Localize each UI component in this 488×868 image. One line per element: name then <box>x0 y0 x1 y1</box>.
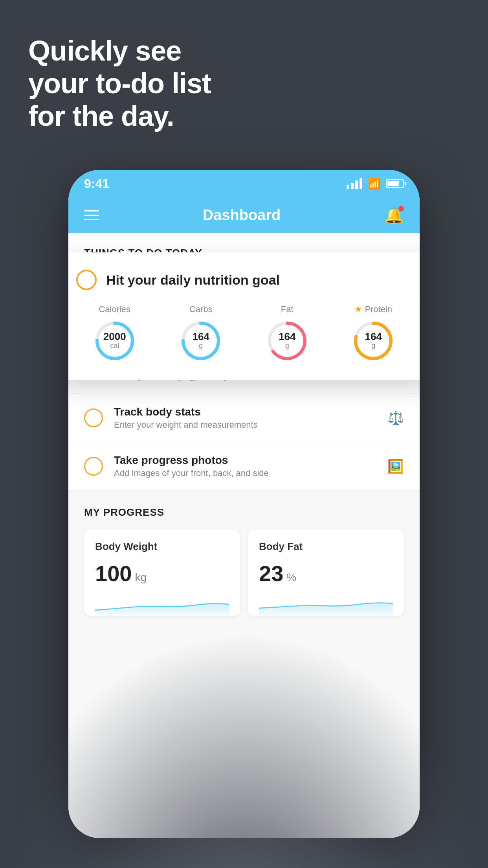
nutrition-calories: Calories 2000 cal <box>93 304 136 362</box>
hero-line2: your to-do list <box>28 67 211 100</box>
notification-dot <box>398 206 404 211</box>
todo-item-body-stats[interactable]: Track body stats Enter your weight and m… <box>68 394 420 442</box>
fat-ring: 164 g <box>266 319 309 362</box>
hero-line3: for the day. <box>28 100 211 132</box>
todo-item-progress-photos[interactable]: Take progress photos Add images of your … <box>68 442 420 491</box>
fat-label: Fat <box>281 304 294 314</box>
progress-section: MY PROGRESS Body Weight 100 kg <box>68 491 420 624</box>
fat-value: 164 <box>279 331 295 342</box>
hero-line1: Quickly see <box>28 35 211 67</box>
body-fat-chart <box>259 592 393 616</box>
calories-unit: cal <box>103 342 126 350</box>
phone-frame: 9:41 📶 Dashboard 🔔 <box>68 170 420 838</box>
nutrition-goal-card: Hit your daily nutrition goal Calories 2… <box>68 252 420 380</box>
body-weight-card[interactable]: Body Weight 100 kg <box>84 530 240 616</box>
nutrition-check-circle[interactable] <box>76 270 97 290</box>
body-weight-value: 100 kg <box>95 561 229 586</box>
carbs-value: 164 <box>193 331 209 342</box>
hero-text: Quickly see your to-do list for the day. <box>28 35 211 132</box>
signal-icon <box>347 178 362 189</box>
carbs-unit: g <box>193 342 209 350</box>
phone-content: THINGS TO DO TODAY Hit your daily nutrit… <box>68 233 420 838</box>
battery-icon <box>386 179 404 188</box>
nutrition-protein: ★ Protein 164 g <box>352 304 395 362</box>
nutrition-fat: Fat 164 g <box>266 304 309 362</box>
nutrition-card-title: Hit your daily nutrition goal <box>106 272 280 288</box>
wifi-icon: 📶 <box>368 178 380 190</box>
body-stats-title: Track body stats <box>114 406 376 418</box>
protein-label: ★ Protein <box>354 304 392 314</box>
body-fat-unit: % <box>286 571 296 584</box>
notification-bell-button[interactable]: 🔔 <box>384 206 404 224</box>
progress-grid: Body Weight 100 kg <box>84 530 404 616</box>
carbs-label: Carbs <box>189 304 213 314</box>
body-fat-card-title: Body Fat <box>259 541 393 553</box>
scale-icon: ⚖️ <box>387 410 404 426</box>
carbs-ring: 164 g <box>179 319 222 362</box>
photo-icon: 🖼️ <box>387 458 404 474</box>
nutrition-carbs: Carbs 164 g <box>179 304 222 362</box>
progress-photos-text: Take progress photos Add images of your … <box>114 454 376 478</box>
body-fat-card[interactable]: Body Fat 23 % <box>248 530 404 616</box>
nav-title: Dashboard <box>203 207 281 224</box>
protein-ring: 164 g <box>352 319 395 362</box>
body-weight-card-title: Body Weight <box>95 541 229 553</box>
status-bar: 9:41 📶 <box>68 170 420 197</box>
nutrition-grid: Calories 2000 cal Carbs <box>76 304 412 362</box>
progress-photos-title: Take progress photos <box>114 454 376 467</box>
body-fat-value: 23 % <box>259 561 393 586</box>
card-header: Hit your daily nutrition goal <box>76 270 412 290</box>
body-stats-check-circle[interactable] <box>84 408 103 427</box>
calories-label: Calories <box>99 304 130 314</box>
progress-section-title: MY PROGRESS <box>84 506 404 519</box>
calories-ring: 2000 cal <box>93 319 136 362</box>
fat-unit: g <box>279 342 295 350</box>
body-weight-chart <box>95 592 229 616</box>
progress-photos-check-circle[interactable] <box>84 457 103 476</box>
hamburger-menu-button[interactable] <box>84 210 99 220</box>
protein-unit: g <box>365 342 382 350</box>
protein-value: 164 <box>365 331 382 342</box>
body-stats-subtitle: Enter your weight and measurements <box>114 420 376 430</box>
progress-photos-subtitle: Add images of your front, back, and side <box>114 468 376 478</box>
calories-value: 2000 <box>103 331 126 342</box>
star-icon: ★ <box>354 304 362 314</box>
nav-bar: Dashboard 🔔 <box>68 197 420 233</box>
body-stats-text: Track body stats Enter your weight and m… <box>114 406 376 430</box>
body-weight-unit: kg <box>135 571 147 584</box>
status-icons: 📶 <box>347 178 404 190</box>
status-time: 9:41 <box>84 177 109 191</box>
